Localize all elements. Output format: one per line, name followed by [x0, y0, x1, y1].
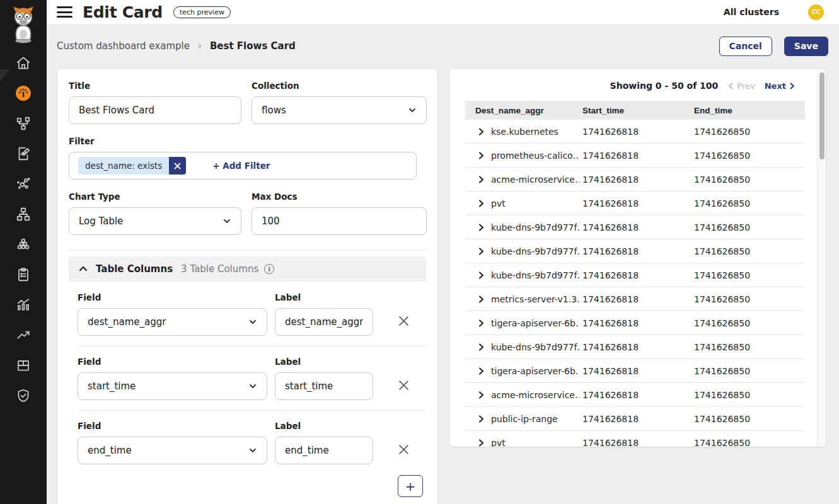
row-divider [78, 410, 426, 410]
sidebar-item-statistics[interactable] [14, 296, 33, 313]
cancel-button[interactable]: Cancel [719, 37, 772, 56]
sidebar-item-reports[interactable] [14, 145, 33, 162]
table-row[interactable]: pvt 1741626818 1741626850 [465, 431, 805, 447]
field-select[interactable]: dest_name_aggr [78, 308, 267, 336]
clipboard-list-icon [15, 266, 32, 283]
cell-end-time: 1741626850 [691, 175, 805, 185]
table-row[interactable]: kube-dns-9b7d977f… 1741626818 1741626850 [465, 215, 805, 239]
info-icon[interactable]: i [264, 264, 274, 274]
remove-column-button[interactable] [396, 315, 410, 329]
cell-end-time: 1741626850 [691, 318, 805, 328]
expand-row-chevron-icon[interactable] [477, 343, 485, 351]
close-icon [174, 163, 181, 169]
label-input[interactable] [275, 308, 373, 336]
collection-label: Collection [252, 81, 427, 91]
title-input[interactable] [69, 96, 241, 124]
label-input[interactable] [275, 372, 373, 400]
filter-box[interactable]: dest_name: exists + Add Filter [69, 152, 417, 180]
sidebar-item-infrastructure[interactable] [14, 205, 33, 222]
cell-start-time: 1741626818 [579, 366, 691, 376]
next-page-button[interactable]: Next [765, 81, 796, 91]
sidebar-item-home[interactable] [14, 54, 33, 71]
cell-end-time: 1741626850 [691, 198, 805, 209]
remove-filter-button[interactable] [169, 157, 186, 175]
max-docs-input[interactable] [252, 207, 427, 235]
prev-page-button[interactable]: Prev [727, 81, 755, 91]
breadcrumb-parent-link[interactable]: Custom dashboard example [57, 40, 190, 52]
cluster-selector[interactable]: All clusters [724, 7, 779, 17]
sidebar-item-packages[interactable] [14, 357, 33, 374]
top-header: Edit Card tech preview All clusters CC [47, 0, 839, 24]
sidebar-item-clusters[interactable] [14, 236, 33, 253]
sidebar-item-trends[interactable] [14, 326, 33, 343]
chart-type-select[interactable]: Log Table [69, 207, 241, 235]
breadcrumb-separator: › [198, 40, 202, 52]
table-row[interactable]: pvt 1741626818 1741626850 [465, 192, 805, 215]
avatar[interactable]: CC [808, 4, 824, 20]
preview-table-header: Dest_name_aggr Start_time End_time [465, 101, 805, 120]
cell-start-time: 1741626818 [579, 151, 691, 161]
sidebar-item-security[interactable] [14, 387, 33, 404]
expand-row-chevron-icon[interactable] [477, 248, 485, 255]
collapse-chevron-icon[interactable] [78, 264, 88, 274]
expand-row-chevron-icon[interactable] [477, 367, 485, 375]
table-row[interactable]: public-ip-range 1741626818 1741626850 [465, 407, 805, 431]
add-filter-link[interactable]: + Add Filter [212, 161, 270, 171]
title-label: Title [69, 81, 241, 91]
table-row[interactable]: kube-dns-9b7d977f… 1741626818 1741626850 [465, 263, 805, 287]
table-column-row: Field dest_name_aggr Label [78, 292, 426, 336]
close-icon [398, 315, 410, 327]
remove-column-button[interactable] [396, 444, 410, 457]
chevron-down-icon [248, 382, 257, 391]
cell-start-time: 1741626818 [579, 270, 691, 280]
expand-row-chevron-icon[interactable] [477, 176, 485, 183]
table-row[interactable]: tigera-apiserver-6b… 1741626818 17416268… [465, 311, 805, 335]
sidebar-item-compliance[interactable] [14, 266, 33, 283]
expand-row-chevron-icon[interactable] [477, 439, 485, 447]
table-row[interactable]: kube-dns-9b7d977f… 1741626818 1741626850 [465, 335, 805, 359]
table-row[interactable]: prometheus-calico… 1741626818 1741626850 [465, 144, 805, 168]
save-button[interactable]: Save [784, 37, 828, 56]
expand-row-chevron-icon[interactable] [477, 152, 485, 159]
sidebar-item-network-graph[interactable] [14, 175, 33, 192]
max-docs-label: Max Docs [252, 192, 427, 202]
cell-end-time: 1741626850 [691, 222, 805, 232]
report-edit-icon [15, 146, 32, 162]
cell-dest-name: pvt [491, 438, 506, 448]
collection-select[interactable]: flows [252, 96, 427, 124]
cell-dest-name: kube-dns-9b7d977f… [491, 246, 579, 256]
cell-start-time: 1741626818 [579, 294, 691, 304]
table-row[interactable]: kse.kubernetes 1741626818 1741626850 [465, 120, 805, 144]
table-row[interactable]: acme-microservice… 1741626818 1741626850 [465, 168, 805, 192]
hamburger-menu-icon[interactable] [57, 6, 72, 18]
sidebar-item-service-graph[interactable] [14, 115, 33, 132]
expand-row-chevron-icon[interactable] [477, 319, 485, 327]
add-column-button[interactable]: + [398, 475, 423, 497]
expand-row-chevron-icon[interactable] [477, 128, 485, 135]
field-select-value: end_time [88, 445, 132, 456]
table-row[interactable]: kube-dns-9b7d977f… 1741626818 1741626850 [465, 239, 805, 263]
expand-row-chevron-icon[interactable] [477, 224, 485, 231]
table-row[interactable]: tigera-apiserver-6b… 1741626818 17416268… [465, 359, 805, 383]
expand-row-chevron-icon[interactable] [477, 415, 485, 423]
expand-row-chevron-icon[interactable] [477, 295, 485, 303]
sidebar-item-dashboard[interactable] [14, 84, 33, 101]
cell-dest-name: kube-dns-9b7d977f… [491, 222, 579, 232]
expand-row-chevron-icon[interactable] [477, 200, 485, 207]
expand-row-chevron-icon[interactable] [477, 391, 485, 399]
remove-column-button[interactable] [396, 379, 410, 393]
table-row[interactable]: metrics-server-v1.3… 1741626818 17416268… [465, 287, 805, 311]
filter-chip: dest_name: exists [78, 157, 186, 175]
table-row[interactable]: acme-microservice… 1741626818 1741626850 [465, 383, 805, 407]
cell-end-time: 1741626850 [691, 246, 805, 256]
label-input[interactable] [275, 437, 373, 464]
scrollbar-thumb[interactable] [819, 72, 825, 159]
field-select[interactable]: start_time [78, 372, 267, 400]
table-columns-section-header[interactable]: Table Columns 3 Table Columns i [69, 256, 426, 282]
preview-scrollbar [817, 69, 826, 447]
dashboard-gauge-icon [15, 85, 32, 101]
column-header: End_time [691, 106, 805, 115]
breadcrumb-current: Best Flows Card [210, 40, 296, 52]
expand-row-chevron-icon[interactable] [477, 272, 485, 279]
field-select[interactable]: end_time [78, 437, 267, 464]
